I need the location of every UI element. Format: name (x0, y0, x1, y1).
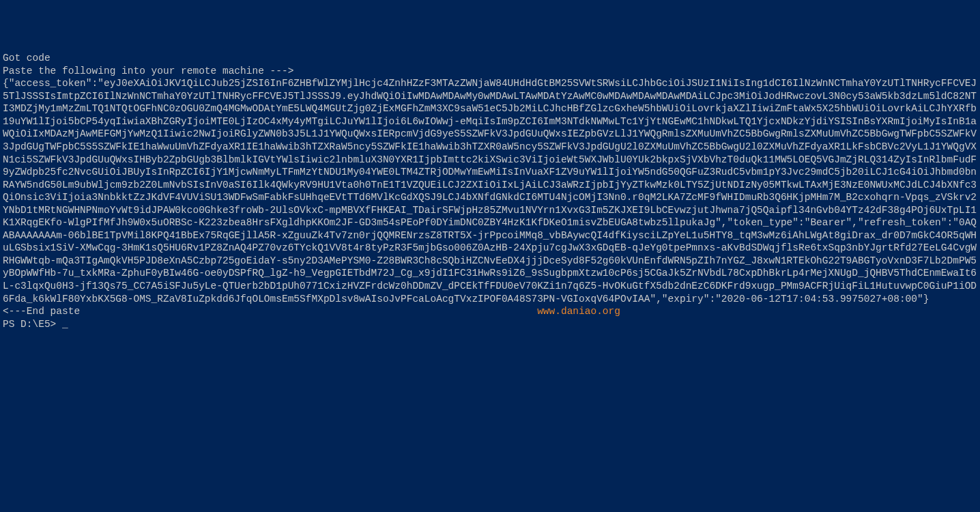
watermark-text: www.daniao.org (537, 306, 620, 317)
token-json-block: {"access_token":"eyJ0eXAiOiJKV1QiLCJub25… (3, 78, 977, 304)
paste-instruction: Paste the following into your remote mac… (3, 66, 293, 76)
powershell-prompt[interactable]: PS D:\E5> (3, 319, 56, 330)
end-paste-marker: <---End paste (3, 306, 80, 317)
cursor: _ (62, 319, 68, 330)
status-line: Got code (3, 53, 51, 63)
terminal-output: Got code Paste the following into your r… (3, 52, 977, 330)
